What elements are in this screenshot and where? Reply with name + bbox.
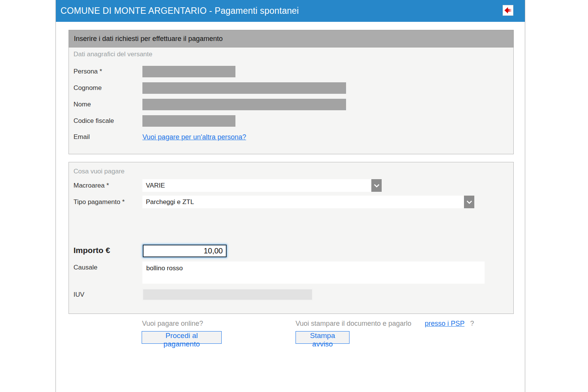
macroarea-select[interactable]: VARIE — [142, 179, 382, 192]
persona-label: Persona * — [74, 66, 102, 77]
question-mark: ? — [470, 320, 474, 327]
tipo-pagamento-select[interactable]: Parcheggi e ZTL — [142, 196, 474, 208]
payer-fieldset: Dati anagrafici del versante Persona * C… — [69, 47, 514, 154]
other-person-link[interactable]: Vuoi pagare per un'altra persona? — [142, 131, 246, 143]
nome-label: Nome — [74, 99, 91, 110]
cognome-input[interactable] — [142, 82, 346, 94]
chevron-down-icon[interactable] — [464, 196, 474, 208]
email-label: Email — [74, 131, 90, 143]
page-title: COMUNE DI MONTE ARGENTARIO - Pagamenti s… — [60, 0, 299, 22]
print-question-row: Vuoi stampare il documento e pagarlo pre… — [296, 320, 474, 328]
psp-link[interactable]: presso i PSP — [425, 320, 465, 327]
codice-fiscale-label: Codice fiscale — [74, 115, 114, 127]
nome-input[interactable] — [142, 99, 346, 110]
back-button[interactable] — [503, 5, 513, 16]
titlebar: COMUNE DI MONTE ARGENTARIO - Pagamenti s… — [56, 0, 525, 22]
print-notice-button[interactable]: Stampa avviso — [296, 331, 350, 344]
importo-label: Importo € — [74, 246, 110, 255]
importo-input[interactable] — [143, 245, 227, 257]
tipo-pagamento-value: Parcheggi e ZTL — [146, 196, 194, 208]
codice-fiscale-input[interactable] — [142, 115, 235, 127]
payment-fieldset: Cosa vuoi pagare Macroarea * VARIE Tipo … — [69, 162, 514, 314]
print-question: Vuoi stampare il documento e pagarlo — [296, 320, 412, 327]
payer-legend: Dati anagrafici del versante — [74, 51, 152, 58]
page-container: COMUNE DI MONTE ARGENTARIO - Pagamenti s… — [56, 0, 525, 392]
persona-input[interactable] — [142, 66, 235, 77]
tipo-pagamento-label: Tipo pagamento * — [74, 196, 125, 208]
causale-textarea[interactable]: bollino rosso — [142, 261, 485, 284]
chevron-down-icon[interactable] — [371, 179, 382, 192]
iuv-input — [142, 289, 313, 301]
iuv-label: IUV — [74, 289, 84, 301]
macroarea-label: Macroarea * — [74, 179, 109, 192]
macroarea-value: VARIE — [146, 179, 165, 192]
payment-legend: Cosa vuoi pagare — [74, 168, 124, 175]
instruction-text: Inserire i dati richiesti per effettuare… — [74, 30, 223, 47]
instruction-bar: Inserire i dati richiesti per effettuare… — [69, 30, 514, 47]
causale-label: Causale — [74, 261, 97, 273]
pay-online-question: Vuoi pagare online? — [142, 320, 203, 328]
back-arrow-icon — [504, 6, 512, 15]
cognome-label: Cognome — [74, 82, 102, 94]
proceed-payment-button[interactable]: Procedi al pagamento — [142, 331, 222, 344]
